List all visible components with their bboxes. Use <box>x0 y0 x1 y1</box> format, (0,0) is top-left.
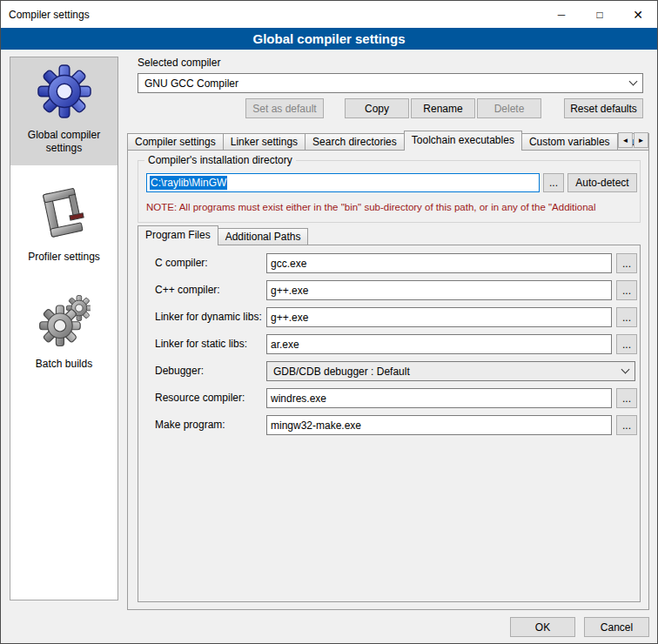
window-controls: ─ □ ✕ <box>542 1 657 28</box>
window-title: Compiler settings <box>1 9 90 21</box>
tab-scroll-right-button[interactable]: ► <box>634 132 648 148</box>
compiler-settings-window: Compiler settings ─ □ ✕ Global compiler … <box>0 0 658 644</box>
dialog-header: Global compiler settings <box>1 28 657 50</box>
reset-defaults-button[interactable]: Reset defaults <box>564 98 643 118</box>
browse-button[interactable]: ... <box>616 280 637 300</box>
set-as-default-button[interactable]: Set as default <box>245 98 324 118</box>
tab-search-directories[interactable]: Search directories <box>305 133 405 150</box>
tab-strip: Compiler settings Linker settings Search… <box>127 131 649 150</box>
installation-directory-input[interactable]: C:\raylib\MinGW <box>146 173 540 192</box>
tab-linker-settings[interactable]: Linker settings <box>223 133 306 150</box>
field-row: Linker for static libs: ... <box>138 334 640 354</box>
static-linker-input[interactable] <box>266 334 612 354</box>
browse-button[interactable]: ... <box>616 307 637 327</box>
installation-directory-group-label: Compiler's installation directory <box>144 154 296 166</box>
selected-compiler-label: Selected compiler <box>138 57 220 69</box>
cpp-compiler-input[interactable] <box>266 280 612 300</box>
gears-gray-icon <box>38 295 91 347</box>
ok-button[interactable]: OK <box>510 617 575 637</box>
note-text: NOTE: All programs must exist either in … <box>146 202 635 212</box>
selected-path-text: C:\raylib\MinGW <box>150 176 227 190</box>
copy-button[interactable]: Copy <box>345 98 409 118</box>
field-row: Debugger: GDB/CDB debugger : Default <box>138 361 640 381</box>
chevron-down-icon <box>629 77 638 86</box>
rename-button[interactable]: Rename <box>411 98 475 118</box>
chevron-down-icon <box>621 366 630 374</box>
debugger-select-value: GDB/CDB debugger : Default <box>273 366 615 378</box>
debugger-label: Debugger: <box>155 365 204 377</box>
gear-blue-icon <box>37 64 91 118</box>
tab-compiler-settings[interactable]: Compiler settings <box>127 133 224 150</box>
field-row: Resource compiler: ... <box>138 388 640 408</box>
browse-button[interactable]: ... <box>616 253 637 273</box>
clamp-icon <box>39 186 90 240</box>
installation-directory-group: Compiler's installation directory C:\ray… <box>138 160 641 223</box>
field-row: Make program: ... <box>138 415 640 435</box>
close-button[interactable]: ✕ <box>619 1 657 28</box>
cancel-button[interactable]: Cancel <box>584 617 649 637</box>
sidebar-item-batch-builds[interactable]: Batch builds <box>10 288 118 381</box>
field-row: Linker for dynamic libs: ... <box>138 307 640 327</box>
titlebar: Compiler settings ─ □ ✕ <box>1 1 657 28</box>
dynamic-linker-label: Linker for dynamic libs: <box>155 311 262 323</box>
static-linker-label: Linker for static libs: <box>155 338 247 350</box>
browse-directory-button[interactable]: ... <box>543 173 564 192</box>
browse-button[interactable]: ... <box>616 334 637 354</box>
c-compiler-input[interactable] <box>266 253 612 273</box>
compiler-select[interactable]: GNU GCC Compiler <box>138 73 643 93</box>
sidebar-item-global-compiler-settings[interactable]: Global compiler settings <box>10 57 118 165</box>
installation-directory-row: C:\raylib\MinGW ... Auto-detect <box>146 173 637 192</box>
resource-compiler-input[interactable] <box>266 388 612 408</box>
sidebar-item-label: Profiler settings <box>28 251 100 264</box>
dynamic-linker-input[interactable] <box>266 307 612 327</box>
compiler-select-value: GNU GCC Compiler <box>144 77 623 90</box>
tab-toolchain-executables[interactable]: Toolchain executables <box>404 131 522 151</box>
tab-custom-variables[interactable]: Custom variables <box>521 133 618 150</box>
field-row: C compiler: ... <box>138 253 640 273</box>
tab-scroll-arrows: ◄ ► <box>618 132 648 148</box>
toolchain-executables-panel: Compiler's installation directory C:\ray… <box>127 150 649 610</box>
field-row: C++ compiler: ... <box>138 280 640 300</box>
sidebar-item-label: Batch builds <box>36 358 92 371</box>
c-compiler-label: C compiler: <box>155 257 208 269</box>
tab-scroll-left-button[interactable]: ◄ <box>618 132 633 148</box>
delete-button[interactable]: Delete <box>477 98 541 118</box>
tab-additional-paths[interactable]: Additional Paths <box>218 228 309 245</box>
program-tab-strip: Program Files Additional Paths <box>138 225 308 245</box>
program-files-panel: C compiler: ... C++ compiler: ... Linker… <box>138 245 641 602</box>
tab-program-files[interactable]: Program Files <box>138 225 218 245</box>
minimize-button[interactable]: ─ <box>542 1 581 28</box>
sidebar: Global compiler settings Profiler settin… <box>10 57 118 600</box>
browse-button[interactable]: ... <box>616 415 637 435</box>
sidebar-item-label: Global compiler settings <box>13 129 115 155</box>
cpp-compiler-label: C++ compiler: <box>155 284 220 296</box>
make-program-label: Make program: <box>155 419 225 431</box>
sidebar-item-profiler-settings[interactable]: Profiler settings <box>10 179 118 274</box>
debugger-select[interactable]: GDB/CDB debugger : Default <box>266 361 635 381</box>
maximize-button[interactable]: □ <box>581 1 619 28</box>
resource-compiler-label: Resource compiler: <box>155 392 245 404</box>
auto-detect-button[interactable]: Auto-detect <box>567 173 637 192</box>
browse-button[interactable]: ... <box>616 388 637 408</box>
make-program-input[interactable] <box>266 415 612 435</box>
